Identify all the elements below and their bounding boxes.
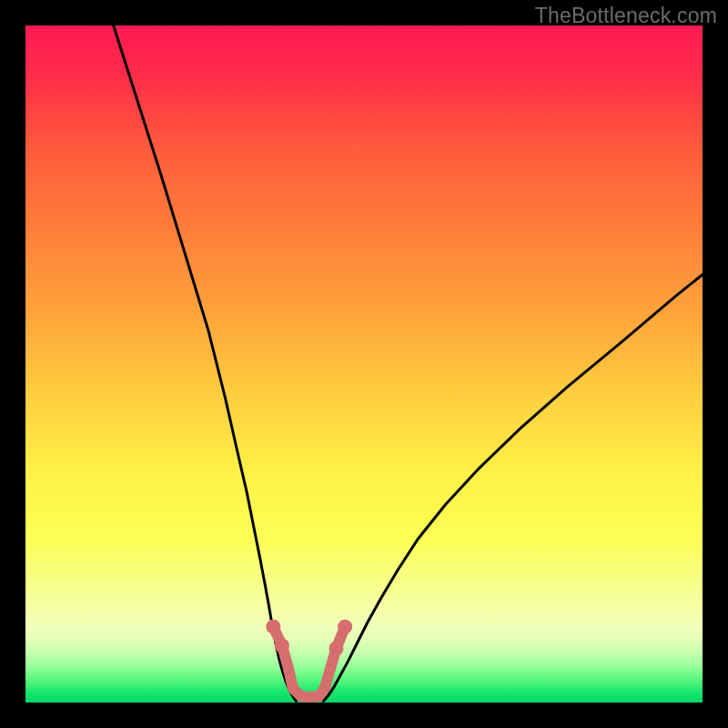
- marker-dot: [338, 620, 352, 634]
- marker-dot: [266, 620, 280, 634]
- curve-layer: [25, 25, 703, 703]
- curve-right-branch: [323, 275, 703, 702]
- marker-dot: [329, 641, 344, 655]
- curve-left-branch: [114, 25, 297, 702]
- plot-area: [25, 25, 703, 703]
- marker-dot: [275, 639, 289, 653]
- chart-frame: TheBottleneck.com: [0, 0, 728, 728]
- watermark-text: TheBottleneck.com: [535, 4, 717, 28]
